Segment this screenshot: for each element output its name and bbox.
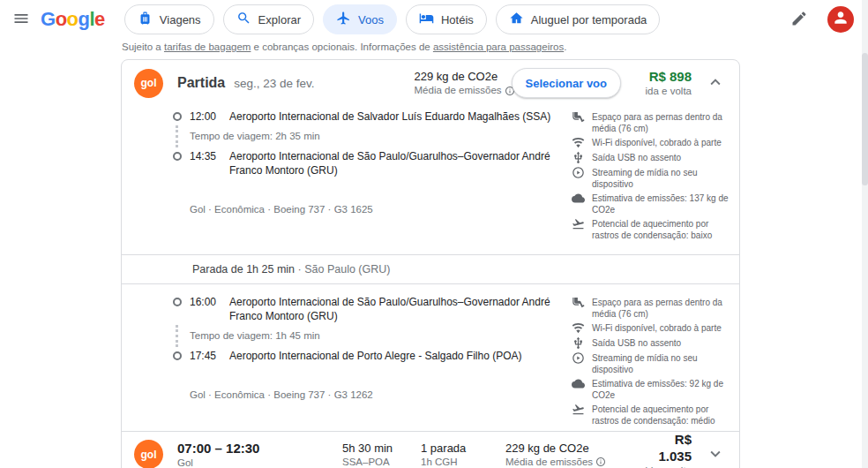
- hotel-icon: [419, 11, 434, 28]
- travel-duration: Tempo de viagem: 2h 35 min: [190, 124, 565, 149]
- amenity-item: Wi-Fi disponível, cobrado à parte: [572, 322, 729, 335]
- usb-icon: [572, 151, 585, 164]
- nav-pill-explorar[interactable]: Explorar: [223, 4, 314, 34]
- stopover-duration: Parada de 1h 25 min: [192, 263, 295, 276]
- amenity-text: Espaço para as pernas dentro da média (7…: [592, 297, 729, 320]
- edit-button[interactable]: [782, 2, 817, 37]
- emissions-label: Média de emissões: [415, 84, 502, 97]
- amenity-item: Estimativa de emissões: 137 kg de CO2e: [572, 192, 729, 215]
- emissions-icon: [572, 377, 585, 390]
- timeline-circle: [173, 112, 182, 121]
- times-block: 07:00 – 12:30 Gol: [177, 440, 342, 468]
- leg-2-amenities: Espaço para as pernas dentro da média (7…: [572, 295, 729, 429]
- chevron-up-icon: [706, 72, 727, 92]
- logo-letter: g: [79, 8, 90, 30]
- departure-time: 16:00: [190, 295, 229, 323]
- departure-airport: Aeroporto Internacional de São Paulo/Gua…: [229, 295, 565, 323]
- stops-count: 1 parada: [421, 441, 505, 456]
- amenity-text: Espaço para as pernas dentro da média (7…: [592, 111, 729, 134]
- logo-letter: e: [94, 8, 105, 30]
- hamburger-icon: [12, 10, 30, 30]
- nav-pill-label: Aluguel por temporada: [531, 13, 647, 26]
- select-flight-button[interactable]: Selecionar voo: [512, 68, 621, 98]
- amenity-text: Wi-Fi disponível, cobrado à parte: [592, 137, 722, 148]
- disclaimer-text: Sujeito a: [122, 42, 164, 52]
- flight-duration: 5h 30 min: [342, 441, 421, 456]
- arrival-airport: Aeroporto Internacional de São Paulo/Gua…: [229, 149, 565, 177]
- google-logo[interactable]: Google: [41, 8, 105, 31]
- scrollbar-thumb[interactable]: [862, 53, 868, 185]
- usb-icon: [572, 336, 585, 350]
- passenger-assistance-link[interactable]: assistência para passageiros: [433, 42, 564, 52]
- nav-pill-aluguel[interactable]: Aluguel por temporada: [496, 4, 661, 34]
- house-icon: [509, 11, 524, 28]
- disclaimer-text: e cobranças opcionais. Informações de: [251, 42, 432, 52]
- stopover-separator: ·: [298, 263, 302, 276]
- baggage-fees-link[interactable]: tarifas de bagagem: [164, 42, 251, 52]
- menu-button[interactable]: [4, 2, 39, 37]
- amenity-item: Potencial de aquecimento por rastros de …: [572, 218, 729, 241]
- nav-pill-viagens[interactable]: Viagens: [124, 4, 214, 34]
- expand-button[interactable]: [706, 444, 727, 465]
- wifi-icon: [572, 321, 585, 335]
- amenity-text: Estimativa de emissões: 92 kg de CO2e: [592, 378, 729, 401]
- arrival-time: 17:45: [190, 349, 229, 363]
- gol-airline-logo: gol: [134, 440, 163, 468]
- emissions-icon: [572, 192, 585, 205]
- avatar[interactable]: [827, 6, 854, 33]
- flight-route: SSA–POA: [342, 456, 390, 468]
- amenity-text: Streaming de mídia no seu dispositivo: [592, 167, 729, 190]
- wifi-icon: [572, 136, 585, 149]
- amenity-item: Saída USB no assento: [572, 152, 729, 164]
- timeline-circle: [173, 152, 182, 161]
- nav-pill-label: Viagens: [160, 13, 201, 26]
- info-icon[interactable]: [595, 457, 606, 467]
- contrail-icon: [572, 217, 585, 230]
- disclaimer-text: .: [564, 42, 566, 52]
- chevron-down-icon: [706, 444, 727, 464]
- price-label: ida e volta: [646, 85, 692, 98]
- price-value: R$ 898: [637, 68, 692, 85]
- leg-1-timeline: 12:00 Aeroporto Internacional de Salvado…: [172, 109, 572, 244]
- amenity-text: Saída USB no assento: [592, 152, 681, 163]
- arrival-time: 14:35: [190, 149, 229, 177]
- flight-row[interactable]: gol 07:00 – 12:30 Gol 5h 30 min SSA–POA …: [122, 431, 739, 468]
- page-title: Partida: [177, 75, 225, 91]
- timeline-dots: [176, 125, 178, 147]
- nav-pill-label: Explorar: [258, 13, 301, 26]
- departure-airport: Aeroporto Internacional de Salvador Luís…: [229, 109, 565, 124]
- amenity-text: Potencial de aquecimento por rastros de …: [592, 218, 729, 241]
- disclaimer: Sujeito a tarifas de bagagem e cobranças…: [122, 42, 868, 52]
- amenity-text: Potencial de aquecimento por rastros de …: [592, 404, 729, 426]
- travel-duration: Tempo de viagem: 1h 45 min: [190, 323, 565, 349]
- nav-pill-hoteis[interactable]: Hotéis: [406, 4, 487, 34]
- nav-pill-label: Hotéis: [441, 13, 474, 26]
- timeline-circle: [173, 351, 182, 360]
- amenity-item: Saída USB no assento: [572, 337, 729, 350]
- leg-2-timeline: 16:00 Aeroporto Internacional de São Pau…: [172, 295, 572, 429]
- emissions-label: Média de emissões: [505, 456, 593, 468]
- stopover-banner: Parada de 1h 25 min · São Paulo (GRU): [122, 254, 739, 284]
- explore-icon: [236, 11, 251, 28]
- stops-block: 1 parada 1h CGH: [421, 441, 505, 468]
- flight-list-card: gol Partida seg., 23 de fev. 229 kg de C…: [121, 59, 740, 468]
- logo-letter: G: [41, 8, 56, 30]
- price-block: R$ 898 ida e volta: [637, 68, 692, 98]
- amenity-item: Estimativa de emissões: 92 kg de CO2e: [572, 378, 729, 401]
- flight-times: 07:00 – 12:30: [177, 440, 342, 457]
- collapse-button[interactable]: [706, 72, 727, 94]
- emissions-block: 229 kg de CO2e Média de emissões: [505, 441, 640, 468]
- duration-block: 5h 30 min SSA–POA: [342, 441, 421, 468]
- amenity-item: Espaço para as pernas dentro da média (7…: [572, 297, 729, 320]
- itinerary-header[interactable]: gol Partida seg., 23 de fev. 229 kg de C…: [122, 60, 739, 106]
- play-icon: [572, 166, 585, 179]
- amenity-item: Potencial de aquecimento por rastros de …: [572, 404, 729, 426]
- timeline-dots: [176, 325, 178, 347]
- scrollbar-track: [862, 0, 868, 468]
- leg-1-amenities: Espaço para as pernas dentro da média (7…: [572, 109, 729, 244]
- travel-nav: Viagens Explorar Voos Hotéis Aluguel por…: [124, 4, 660, 34]
- nav-pill-voos[interactable]: Voos: [323, 4, 397, 34]
- emissions-block: 229 kg de CO2e Média de emissões: [415, 69, 496, 97]
- person-icon: [832, 9, 849, 30]
- amenity-item: Wi-Fi disponível, cobrado à parte: [572, 137, 729, 149]
